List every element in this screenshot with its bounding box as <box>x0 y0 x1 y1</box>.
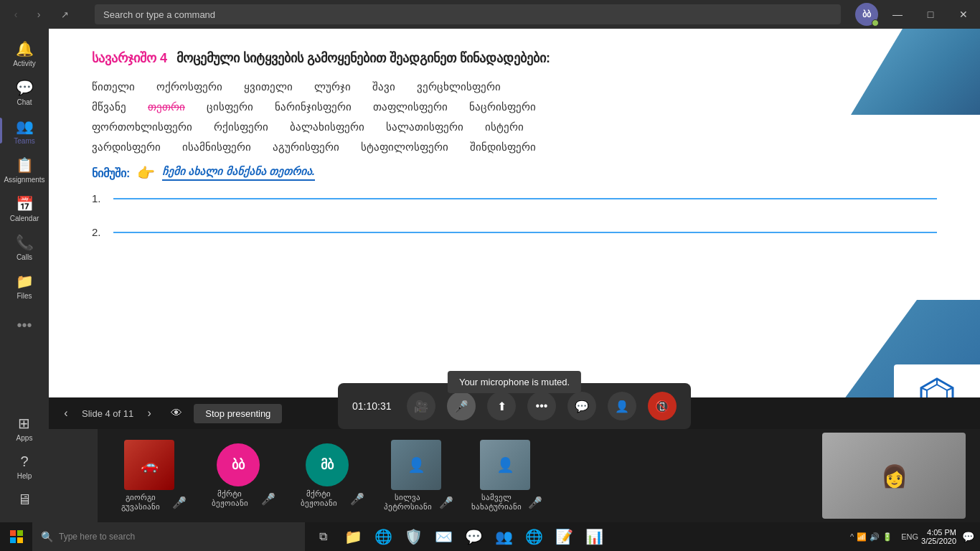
sidebar-item-help[interactable]: ? Help <box>17 448 33 486</box>
word-13: ფორთოხლისფერი <box>92 121 192 133</box>
chat-icon: 💬 <box>16 79 34 96</box>
slide-frame: სავარჯიშო 4 მოცემული სიტყვების გამოყენებ… <box>49 29 980 429</box>
taskbar-app-icons: ⧉ 📁 🌐 🛡️ ✉️ 💬 👥 🌐 📝 📊 <box>305 522 612 551</box>
sidebar-more-button[interactable]: ••• <box>17 311 32 339</box>
presence-badge <box>872 19 879 27</box>
sidebar-item-calendar[interactable]: 📅 Calendar <box>0 189 49 228</box>
main-content: სავარჯიშო 4 მოცემული სიტყვების გამოყენებ… <box>49 29 980 522</box>
word-10: ნარინჯისფერი <box>275 100 352 113</box>
taskbar-search-box[interactable]: 🔍 Type here to search <box>32 522 305 551</box>
word-11: თაფლისფერი <box>373 100 448 113</box>
maximize-button[interactable]: □ <box>914 0 947 29</box>
participant-5: 👤 სამველ ხახატურიანი 🎤 <box>468 440 542 512</box>
prev-slide-button[interactable]: ‹ <box>56 403 76 423</box>
close-button[interactable]: ✕ <box>947 0 980 29</box>
next-slide-button[interactable]: › <box>139 403 159 423</box>
word-button[interactable]: 📝 <box>549 522 579 551</box>
word-9: ცისფერი <box>207 100 253 113</box>
teams-taskbar-button[interactable]: 👥 <box>489 522 519 551</box>
more-button[interactable]: ••• <box>527 392 556 420</box>
exercise-label: სავარჯიშო 4 <box>92 51 167 65</box>
start-button[interactable] <box>0 522 32 551</box>
eye-button[interactable]: 👁 <box>165 402 188 425</box>
participant-avatar-3: მბ <box>306 443 349 486</box>
notification-button[interactable]: 💬 <box>962 531 974 542</box>
skype-button[interactable]: 💬 <box>458 522 489 551</box>
chrome-button[interactable]: 🌐 <box>519 522 549 551</box>
user-avatar[interactable]: ბბ <box>855 3 878 26</box>
minimize-button[interactable]: — <box>881 0 914 29</box>
word-18: ვარდისფერი <box>92 141 161 154</box>
sidebar-item-activity[interactable]: 🔔 Activity <box>0 34 49 73</box>
security-icon: 🛡️ <box>405 528 423 545</box>
edge-button[interactable]: 🌐 <box>368 522 398 551</box>
word-12: ნაცრისფერი <box>469 100 536 113</box>
word-icon: 📝 <box>555 528 573 545</box>
apps-icon: ⊞ <box>18 415 30 432</box>
current-date: 3/25/2020 <box>921 537 956 545</box>
mute-button[interactable]: 🎤 <box>447 392 476 420</box>
sidebar-item-device[interactable]: 🖥 <box>17 486 33 514</box>
participants-button[interactable]: 👤 <box>608 392 636 420</box>
example-label: ნიმუში: <box>92 166 130 180</box>
word-7: მწვანე <box>92 100 126 113</box>
sidebar-item-chat[interactable]: 💬 Chat <box>0 73 49 112</box>
powerpoint-icon: 📊 <box>585 528 603 545</box>
forward-button[interactable]: › <box>30 6 47 23</box>
chat-button[interactable]: 💬 <box>567 392 596 420</box>
slide-content-area: სავარჯიშო 4 მოცემული სიტყვების გამოყენებ… <box>49 29 980 429</box>
nav-buttons: ‹ › ↗ <box>0 6 80 23</box>
video-button[interactable]: 🎥 <box>407 392 435 420</box>
share-button[interactable]: ⬆ <box>487 392 516 420</box>
skype-icon: 💬 <box>465 528 483 545</box>
battery-icon: 🔋 <box>882 532 892 542</box>
taskview-button[interactable]: ⧉ <box>308 522 338 551</box>
word-19: ისამნისფერი <box>182 141 251 154</box>
participant-3: მბ მქრტი ბეჟოიანი 🎤 <box>290 443 364 508</box>
words-section: წითელი ოქროსფერი ყვითელი ლურჯი შავი ვერც… <box>92 80 937 154</box>
word-3: ყვითელი <box>244 80 293 93</box>
taskbar-clock[interactable]: 4:05 PM 3/25/2020 <box>921 528 956 545</box>
answer-line-2: 2. <box>92 226 937 238</box>
mic-muted-icon-2: 🎤 <box>261 492 275 506</box>
sidebar-label-calendar: Calendar <box>10 215 39 222</box>
word-17: ისტერი <box>485 121 524 133</box>
calls-icon: 📞 <box>16 234 34 251</box>
system-tray: ^ 📶 🔊 🔋 <box>850 532 892 542</box>
word-1: წითელი <box>92 80 135 93</box>
sidebar-item-files[interactable]: 📁 Files <box>0 267 49 306</box>
sidebar-label-files: Files <box>17 292 32 300</box>
sidebar-item-teams[interactable]: 👥 Teams <box>0 112 49 151</box>
command-search[interactable]: Search or type a command <box>95 4 841 24</box>
svg-rect-8 <box>10 530 16 536</box>
sidebar-item-apps[interactable]: ⊞ Apps <box>17 409 33 448</box>
popout-button[interactable]: ↗ <box>56 6 73 23</box>
edge-icon: 🌐 <box>374 528 392 545</box>
stop-presenting-button[interactable]: Stop presenting <box>194 404 282 423</box>
back-button[interactable]: ‹ <box>7 6 24 23</box>
words-row-2: მწვანე თეთრი ცისფერი ნარინჯისფერი თაფლის… <box>92 100 937 113</box>
word-6: ვერცხლისფერი <box>417 80 501 93</box>
activity-icon: 🔔 <box>16 40 34 57</box>
example-section: ნიმუში: 👉 ჩემი ახალი მანქანა თეთრია. <box>92 164 937 182</box>
powerpoint-button[interactable]: 📊 <box>579 522 609 551</box>
participant-avatar-5: 👤 <box>480 440 530 490</box>
self-video: 👩 <box>822 433 966 519</box>
volume-icon[interactable]: 🔊 <box>870 532 880 542</box>
help-icon: ? <box>20 453 28 470</box>
mail-button[interactable]: ✉️ <box>428 522 458 551</box>
sidebar-label-assignments: Assignments <box>4 176 44 184</box>
mic-muted-icon-5: 🎤 <box>528 496 542 509</box>
video-icon: 🎥 <box>414 400 428 413</box>
explorer-button[interactable]: 📁 <box>338 522 368 551</box>
svg-rect-11 <box>17 537 23 543</box>
caret-icon[interactable]: ^ <box>850 532 854 541</box>
exercise-title: მოცემული სიტყვების გამოყენებით შეადგინეთ… <box>176 51 550 65</box>
security-button[interactable]: 🛡️ <box>398 522 428 551</box>
word-14: რქისფერი <box>214 121 268 133</box>
sidebar-item-assignments[interactable]: 📋 Assignments <box>0 151 49 189</box>
sidebar-item-calls[interactable]: 📞 Calls <box>0 228 49 267</box>
share-icon: ⬆ <box>497 400 507 413</box>
end-call-button[interactable]: 📵 <box>648 392 677 420</box>
slide-title: სავარჯიშო 4 მოცემული სიტყვების გამოყენებ… <box>92 50 937 66</box>
